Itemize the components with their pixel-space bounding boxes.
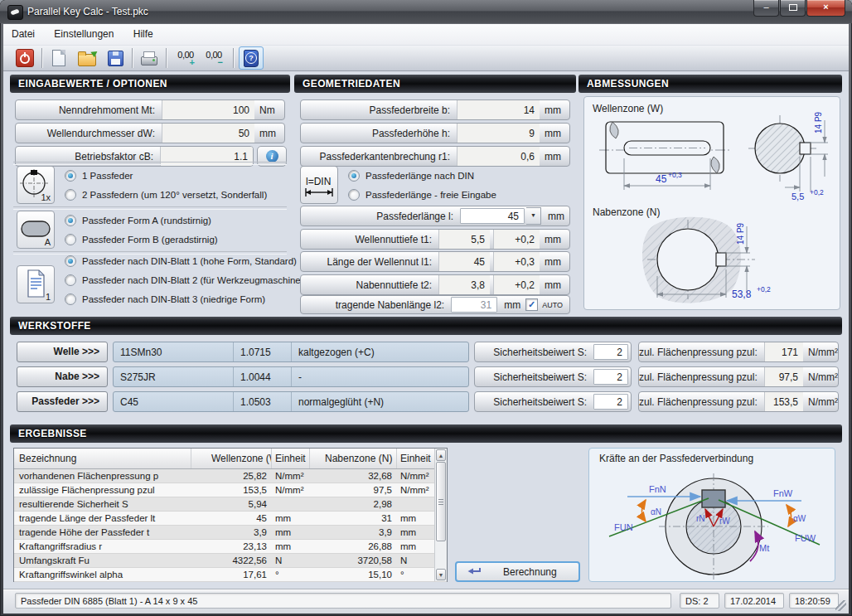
nabe-material-button[interactable]: Nabe >>> [17, 366, 108, 387]
radio-icon [65, 189, 76, 201]
field-nenndrehmoment: Nenndrehmoment Mt: 100 Nm [15, 99, 285, 120]
table-row[interactable]: Umfangskraft Fu4322,56N3720,58N [14, 554, 447, 568]
material-treatment: - [291, 367, 468, 386]
table-scrollbar[interactable]: ▲ ▼ [434, 449, 447, 581]
table-row[interactable]: vorhandenen Flächenpressung p25,82N/mm²3… [14, 469, 447, 483]
passfeder-sicherheit-input[interactable]: 2 [593, 394, 628, 410]
cell [272, 497, 310, 511]
field-unit: mm [540, 279, 569, 291]
table-row[interactable]: zulässige Flächenpressung pzul153,5N/mm²… [14, 483, 447, 497]
cell: 97,5 [310, 483, 397, 497]
passfederlaenge-dropdown[interactable]: ▼ [526, 207, 541, 225]
scroll-up-arrow[interactable]: ▲ [436, 449, 446, 461]
maximize-button[interactable] [780, 0, 806, 17]
radio-din-blatt-2[interactable]: Passfeder nach DIN-Blatt 2 (für Werkzeug… [65, 274, 309, 287]
svg-text:Mt: Mt [759, 543, 769, 553]
table-row[interactable]: tragende Höhe der Passfeder t3,9mm3,9mm [14, 526, 447, 540]
minimize-button[interactable]: – [753, 0, 779, 17]
radio-form-a[interactable]: Passfeder Form A (rundstirnig) [65, 214, 211, 227]
menu-hilfe[interactable]: Hilfe [125, 24, 162, 45]
cell: resultierende Sicherheit S [14, 497, 191, 511]
svg-text:FnW: FnW [773, 488, 793, 498]
cell: 17,61 [191, 568, 272, 581]
field-unit: Nm [254, 104, 284, 116]
field-unit: mm [540, 104, 569, 116]
material-name: 11SMn30 [114, 347, 233, 358]
exit-button[interactable] [13, 47, 36, 69]
field-unit: mm [499, 299, 525, 311]
minus-icon: − [218, 59, 223, 66]
nenndrehmoment-input[interactable]: 100 [162, 100, 254, 119]
new-file-button[interactable] [47, 47, 70, 69]
passfeder-material-button[interactable]: Passfeder >>> [17, 391, 108, 412]
table-row[interactable]: tragende Länge der Passfeder lt45mm31mm [14, 512, 447, 526]
nabennuttiefe-tolerance[interactable]: +0,2 [493, 275, 540, 294]
cell: ° [272, 568, 310, 581]
cell: vorhandenen Flächenpressung p [14, 469, 191, 483]
abmessungen-drawing-box: Wellenzone (W) Nabenzone (N) 45 +0,3 14 [583, 96, 840, 310]
radio-din-blatt-3[interactable]: Passfeder nach DIN-Blatt 3 (niedrige For… [65, 293, 265, 306]
cell: N [272, 554, 310, 567]
berechnung-button[interactable]: Berechnung [455, 561, 580, 582]
table-row[interactable]: resultierende Sicherheit S5,942,98 [14, 497, 447, 512]
title-bar[interactable]: Parallel Key Calc - Test.pkc – × [0, 0, 852, 23]
cell: 26,88 [310, 540, 397, 553]
wellendurchmesser-input[interactable]: 50 [162, 124, 254, 143]
cell: 32,68 [310, 469, 397, 483]
welle-material-button[interactable]: Welle >>> [17, 342, 108, 362]
radio-laenge-din[interactable]: Passfederlänge nach DIN [348, 169, 474, 182]
radio-icon [348, 170, 360, 182]
enter-icon [467, 566, 482, 577]
menu-datei[interactable]: Datei [3, 24, 43, 45]
group-separator [13, 206, 287, 210]
radio-form-b[interactable]: Passfeder Form B (geradstirnig) [65, 233, 218, 246]
scroll-down-arrow[interactable]: ▼ [436, 569, 446, 580]
nabe-material-box[interactable]: S275JR 1.0044 - [113, 366, 469, 387]
table-row[interactable]: Kraftangriffsradius r23,13mm26,88mm [14, 540, 447, 554]
radio-laenge-frei[interactable]: Passfederlänge - freie Eingabe [348, 188, 496, 201]
field-unit: mm [540, 234, 569, 245]
passfeder-material-box[interactable]: C45 1.0503 normalgeglüht (+N) [113, 391, 469, 412]
wellennuttiefe-value[interactable]: 5,5 [438, 230, 490, 249]
help-button[interactable]: ? [239, 46, 264, 70]
wellennut-laenge-tolerance[interactable]: +0,3 [493, 252, 540, 271]
kantenbrechung-input[interactable]: 0,6 [457, 147, 540, 166]
scrollbar-thumb[interactable] [436, 462, 446, 541]
nabennuttiefe-value[interactable]: 3,8 [438, 275, 490, 294]
passfederlaenge-input[interactable]: 45 [460, 208, 525, 224]
passfederhoehe-input[interactable]: 9 [457, 124, 540, 143]
welle-sicherheit-input[interactable]: 2 [593, 344, 628, 360]
cell: 3720,58 [310, 554, 397, 567]
print-button[interactable] [138, 47, 161, 69]
field-label: Sicherheitsbeiwert S: [475, 396, 593, 408]
icon-caption: 1x [41, 192, 51, 202]
nabenlaenge-input[interactable]: 31 [451, 297, 497, 313]
toolbar-separator [41, 48, 42, 68]
nabe-sicherheit-input[interactable]: 2 [593, 369, 628, 385]
radio-label: Passfeder Form B (geradstirnig) [82, 235, 218, 245]
menu-einstellungen[interactable]: Einstellungen [46, 24, 122, 45]
decimal-increase-button[interactable]: 0,00 + [172, 47, 200, 69]
passfeder-sicherheit-row: Sicherheitsbeiwert S: 2 [474, 391, 632, 412]
radio-din-blatt-1[interactable]: Passfeder nach DIN-Blatt 1 (hohe Form, S… [65, 255, 297, 268]
passfederbreite-input[interactable]: 14 [457, 100, 540, 119]
cell: mm [272, 526, 310, 539]
cell: tragende Länge der Passfeder lt [14, 512, 191, 525]
save-file-button[interactable] [104, 47, 127, 69]
wellennuttiefe-tolerance[interactable]: +0,2 [493, 230, 540, 249]
resize-grip[interactable] [835, 600, 846, 611]
radio-2-passfedern[interactable]: 2 Passfedern (um 120° versetzt, Sonderfa… [65, 188, 267, 201]
svg-text:FnN: FnN [649, 484, 666, 494]
field-nabennuttiefe: Nabennuttiefe t2: 3,8 +0,2 mm [300, 274, 570, 295]
cell: 15,10 [310, 568, 397, 581]
table-row[interactable]: Kraftangriffswinkel alpha17,61°15,10° [14, 568, 447, 582]
radio-1-passfeder[interactable]: 1 Passfeder [65, 169, 133, 182]
svg-text:+0,2: +0,2 [757, 285, 771, 293]
decimal-decrease-button[interactable]: 0,00 − [200, 47, 228, 69]
wellennut-laenge-value[interactable]: 45 [438, 252, 490, 271]
close-button[interactable]: × [806, 0, 845, 17]
auto-checkbox[interactable] [525, 298, 538, 311]
open-file-button[interactable] [75, 47, 99, 69]
printer-icon [141, 56, 157, 65]
welle-material-box[interactable]: 11SMn30 1.0715 kaltgezogen (+C) [113, 342, 469, 362]
